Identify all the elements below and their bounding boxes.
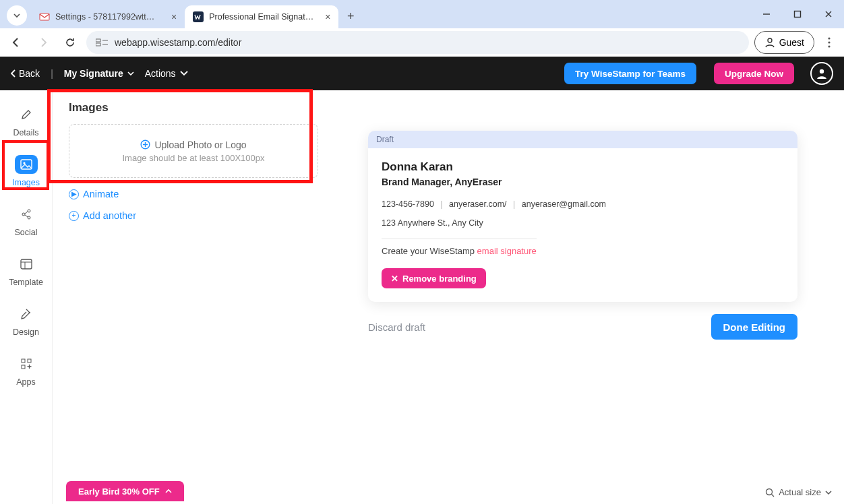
svg-line-27 [772,494,775,497]
browser-menu-button[interactable] [820,37,839,48]
chevron-down-icon [127,71,134,76]
upload-label: Upload Photo or Logo [154,139,246,150]
divider [382,239,537,239]
rail-label: Template [9,278,43,287]
rail-label: Apps [16,377,36,387]
svg-point-11 [828,45,830,47]
close-icon: ✕ [391,274,398,284]
try-teams-button[interactable]: Try WiseStamp for Teams [564,63,696,84]
nav-forward-button[interactable] [32,32,54,53]
chevron-left-icon [11,69,16,77]
svg-rect-4 [96,39,100,42]
separator: | [513,199,515,209]
image-icon [15,155,38,174]
remove-branding-button[interactable]: ✕ Remove branding [382,268,486,288]
window-controls [751,0,844,28]
rail-apps[interactable]: Apps [3,349,50,392]
svg-point-16 [28,210,30,212]
svg-rect-22 [22,359,25,363]
remove-branding-label: Remove branding [402,274,477,284]
svg-point-17 [28,216,30,219]
animate-label: Animate [83,189,119,199]
chevron-down-icon [180,71,188,76]
browser-tab-wisestamp[interactable]: Professional Email Signatures × [185,5,338,28]
left-rail: Details Images Social Template Design [0,90,53,504]
reload-button[interactable] [59,32,81,53]
close-icon[interactable]: × [325,11,330,22]
actions-label: Actions [145,68,176,79]
back-label: Back [19,68,40,79]
animate-link[interactable]: ▶ Animate [69,189,318,199]
pencil-icon [15,105,38,124]
new-tab-button[interactable]: + [341,7,360,26]
minimize-button[interactable] [751,0,782,28]
zoom-label: Actual size [779,487,821,497]
preview-area: Draft Donna Karan Brand Manager, AnyEras… [334,90,844,504]
account-avatar[interactable] [810,62,833,85]
close-window-button[interactable] [813,0,844,28]
signature-role: Brand Manager, AnyEraser [382,177,784,187]
signature-dropdown[interactable]: My Signature [64,68,134,79]
branding-line: Create your WiseStamp email signature [382,246,784,256]
gmail-favicon-icon [39,11,50,22]
signature-address: 123 Anywhere St., Any City [382,218,784,228]
chevron-down-icon [825,490,832,495]
address-bar[interactable]: webapp.wisestamp.com/editor [86,31,749,54]
profile-chip[interactable]: Guest [754,31,814,54]
chevron-up-icon [165,489,172,494]
svg-rect-3 [795,11,801,18]
signature-contact-line: 123-456-7890 | anyeraser.com/ | anyerase… [382,199,784,209]
svg-point-15 [22,213,25,216]
rail-label: Details [13,128,38,137]
upgrade-button[interactable]: Upgrade Now [714,63,794,84]
svg-rect-23 [28,359,31,363]
browser-tab-gmail[interactable]: Settings - 578117992wtt@gm × [31,5,185,28]
email-signature-link[interactable]: email signature [477,246,537,256]
svg-rect-13 [21,160,32,169]
rail-images[interactable]: Images [3,150,50,193]
nav-back-button[interactable] [5,32,27,53]
tabs-dropdown-button[interactable] [7,5,27,26]
promo-banner[interactable]: Early Bird 30% OFF [66,481,184,501]
svg-point-21 [29,312,30,313]
svg-rect-24 [22,365,25,369]
wisestamp-favicon-icon [193,11,204,22]
person-icon [764,37,775,48]
rail-design[interactable]: Design [3,299,50,342]
person-icon [816,67,828,80]
rail-details[interactable]: Details [3,100,50,143]
zoom-control[interactable]: Actual size [765,487,832,497]
svg-point-9 [828,37,830,39]
magnifier-icon [765,488,775,497]
app-back-button[interactable]: Back [11,68,40,79]
signature-body: Donna Karan Brand Manager, AnyEraser 123… [368,148,797,302]
signature-email: anyeraser@gmail.com [522,199,606,209]
rail-label: Design [13,327,39,337]
share-icon [15,205,38,224]
done-editing-button[interactable]: Done Editing [711,314,798,340]
upload-dropzone[interactable]: Upload Photo or Logo Image should be at … [69,124,318,178]
workspace: Details Images Social Template Design [0,90,844,504]
svg-point-12 [820,69,824,73]
plus-circle-icon: + [69,211,79,221]
maximize-button[interactable] [782,0,813,28]
add-another-link[interactable]: + Add another [69,210,318,221]
actions-dropdown[interactable]: Actions [145,68,188,79]
svg-point-10 [828,41,830,43]
upload-hint: Image should be at least 100X100px [122,153,264,163]
svg-point-14 [23,162,25,164]
rail-social[interactable]: Social [3,199,50,243]
tab-strip: Settings - 578117992wtt@gm × Professiona… [0,0,844,28]
discard-draft-link[interactable]: Discard draft [368,321,425,333]
rail-template[interactable]: Template [3,249,50,292]
site-settings-icon[interactable] [96,38,108,47]
preview-footer: Discard draft Done Editing [368,314,797,340]
close-icon[interactable]: × [171,11,177,22]
signature-name: My Signature [64,68,123,79]
separator: | [51,68,53,79]
plus-circle-icon [140,139,150,150]
address-row: webapp.wisestamp.com/editor Guest [0,28,844,57]
tab-title: Professional Email Signatures [209,12,317,22]
branding-prefix: Create your WiseStamp [382,246,477,256]
template-icon [15,255,38,274]
